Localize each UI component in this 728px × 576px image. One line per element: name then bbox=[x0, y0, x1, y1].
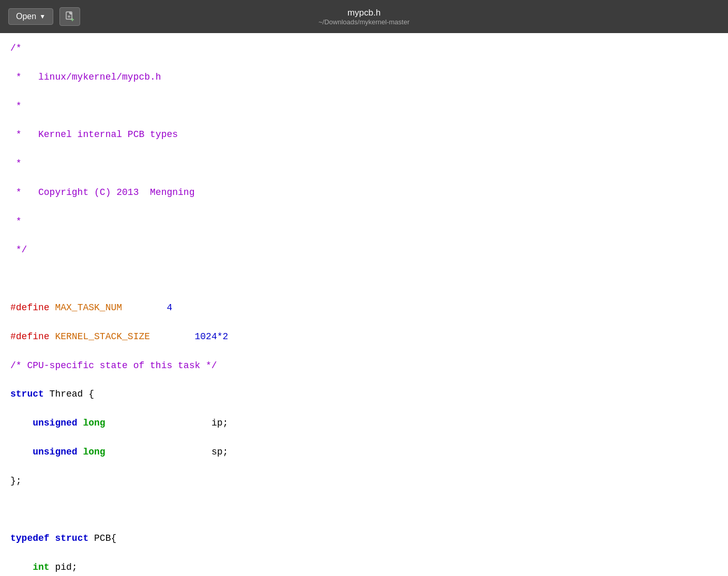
code-line: int pid; bbox=[10, 560, 718, 575]
code-line: #define MAX_TASK_NUM 4 bbox=[10, 301, 718, 315]
code-line: #define KERNEL_STACK_SIZE 1024*2 bbox=[10, 330, 718, 344]
code-line: unsigned long ip; bbox=[10, 416, 718, 431]
code-line: * Kernel internal PCB types bbox=[10, 128, 718, 142]
code-line: * Copyright (C) 2013 Mengning bbox=[10, 186, 718, 200]
open-arrow: ▼ bbox=[39, 13, 46, 20]
code-line bbox=[10, 503, 718, 518]
code-line bbox=[10, 272, 718, 286]
code-editor[interactable]: /* * linux/mykernel/mypcb.h * * Kernel i… bbox=[0, 33, 728, 576]
code-line: * bbox=[10, 99, 718, 114]
new-file-button[interactable] bbox=[59, 7, 80, 26]
titlebar: Open ▼ mypcb.h ~/Downloads/mykernel-mast… bbox=[0, 0, 728, 33]
code-line: typedef struct PCB{ bbox=[10, 532, 718, 546]
code-line: struct Thread { bbox=[10, 387, 718, 402]
code-line: */ bbox=[10, 243, 718, 257]
code-line: * bbox=[10, 157, 718, 171]
code-line: /* CPU-specific state of this task */ bbox=[10, 359, 718, 373]
file-path: ~/Downloads/mykernel-master bbox=[318, 18, 410, 26]
new-file-icon bbox=[65, 11, 75, 22]
code-line: }; bbox=[10, 474, 718, 489]
open-button[interactable]: Open ▼ bbox=[8, 8, 53, 25]
code-line: /* bbox=[10, 41, 718, 56]
code-line: unsigned long sp; bbox=[10, 445, 718, 460]
code-line: * bbox=[10, 215, 718, 229]
code-line: * linux/mykernel/mypcb.h bbox=[10, 70, 718, 85]
file-info: mypcb.h ~/Downloads/mykernel-master bbox=[318, 8, 410, 26]
open-label: Open bbox=[16, 12, 36, 21]
file-title: mypcb.h bbox=[318, 8, 410, 18]
